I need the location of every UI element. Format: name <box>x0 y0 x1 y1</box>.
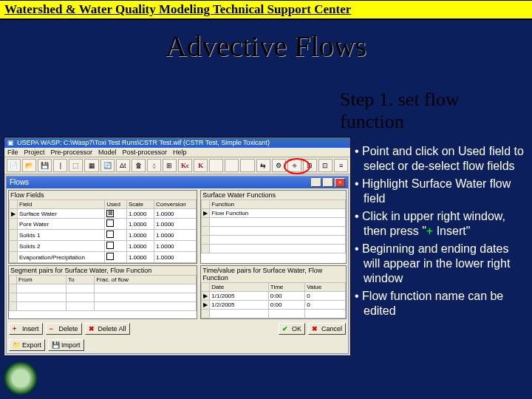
toolbar-button[interactable]: ⎆ <box>287 159 301 172</box>
column-header[interactable] <box>10 276 17 284</box>
folder-icon <box>13 341 20 349</box>
segment-pairs-pane: Segment pairs for Surface Water, Flow Fu… <box>8 265 197 319</box>
toolbar-button[interactable]: ⚙ <box>272 159 286 172</box>
export-button[interactable]: Export <box>9 339 45 351</box>
toolbar-button[interactable]: Δt <box>116 159 130 172</box>
plus-icon: + <box>13 325 20 332</box>
time-value-pane: Time/value pairs for Surface Water, Flow… <box>200 265 347 319</box>
minimize-button[interactable]: _ <box>311 178 321 187</box>
delete-all-button[interactable]: ✖Delete All <box>85 323 130 335</box>
menu-item[interactable]: Help <box>173 149 187 156</box>
toolbar-button[interactable]: | <box>53 159 67 172</box>
column-header[interactable]: Value <box>305 283 346 292</box>
banner: Watershed & Water Quality Modeling Techn… <box>0 0 532 20</box>
flows-title-text: Flows <box>10 178 29 187</box>
time-value-table[interactable]: DateTimeValue▶1/1/20050:000▶1/2/20050:00… <box>201 282 346 318</box>
button-row-io: ExportImport <box>7 337 132 353</box>
button-row-confirm: ✔OK✖Cancel <box>276 321 348 353</box>
flow-fields-pane: Flow Fields FieldUsedScaleConversion▶Sur… <box>8 190 197 264</box>
table-row[interactable]: Solids 21.00001.0000 <box>10 241 197 252</box>
flow-fields-table[interactable]: FieldUsedScaleConversion▶Surface Water⊠1… <box>9 200 197 263</box>
toolbar-button[interactable]: ⊡ <box>318 159 332 172</box>
toolbar-button[interactable]: ⇆ <box>256 159 270 172</box>
menu-item[interactable]: Model <box>98 149 117 156</box>
check-icon: ✔ <box>282 325 290 332</box>
toolbar-button[interactable]: ⬚ <box>69 159 83 172</box>
ok-button[interactable]: ✔OK <box>279 323 305 335</box>
app-titlebar: ▣ USEPA WASP: C:\Wasp7\Toxi Test Runs\CS… <box>4 137 350 148</box>
toolbar-button[interactable]: 🔄 <box>100 159 115 172</box>
import-button[interactable]: Import <box>48 339 84 351</box>
x-icon: ✖ <box>89 325 96 332</box>
toolbar-button[interactable] <box>209 159 223 172</box>
toolbar-button[interactable] <box>240 159 254 172</box>
toolbar-button[interactable]: 🗑 <box>132 159 146 172</box>
column-header[interactable] <box>202 200 210 209</box>
column-header[interactable] <box>202 283 210 292</box>
instruction-item: Click in upper right window, then press … <box>355 209 525 239</box>
flow-fields-label: Flow Fields <box>9 191 197 200</box>
column-header[interactable]: Frac. of flow <box>95 276 197 284</box>
menu-item[interactable]: Project <box>24 149 45 156</box>
menu-item[interactable]: File <box>7 149 18 156</box>
close-button[interactable]: × <box>335 178 345 187</box>
segment-pairs-table[interactable]: FromToFrac. of flow <box>9 275 197 311</box>
flows-titlebar: Flows _ □ × <box>7 177 348 188</box>
column-header[interactable]: Conversion <box>154 200 197 209</box>
instruction-list: Point and click on Used field to select … <box>355 144 525 321</box>
column-header[interactable]: To <box>66 276 95 284</box>
time-value-label: Time/value pairs for Surface Water, Flow… <box>201 266 346 282</box>
menu-item[interactable]: Pre-processor <box>51 149 93 156</box>
app-window-title: USEPA WASP: C:\Wasp7\Toxi Test Runs\CSTR… <box>17 139 270 146</box>
column-header[interactable]: Used <box>105 200 127 209</box>
column-header[interactable]: Function <box>210 200 346 209</box>
toolbar-button[interactable]: 📄 <box>7 159 21 172</box>
table-row[interactable]: ▶1/2/20050:000 <box>202 301 346 310</box>
table-row[interactable]: Evaporation/Precipitation1.00001.0000 <box>10 252 197 263</box>
flows-window: Flows _ □ × Flow Fields FieldUsedScaleCo… <box>6 176 349 354</box>
x-icon: ✖ <box>312 325 319 332</box>
toolbar-button[interactable] <box>225 159 239 172</box>
instruction-item: Highlight Surface Water flow field <box>355 177 525 206</box>
segment-pairs-label: Segment pairs for Surface Water, Flow Fu… <box>9 266 197 275</box>
column-header[interactable]: From <box>17 276 66 284</box>
instruction-item: Flow function name can be edited <box>355 289 525 318</box>
functions-pane: Surface Water Functions Function▶Flow Fu… <box>200 190 347 264</box>
toolbar-button[interactable]: ▦ <box>84 159 98 172</box>
slide-title: Advective Flows <box>0 29 532 64</box>
functions-table[interactable]: Function▶Flow Function <box>201 200 346 253</box>
table-row[interactable]: ▶Flow Function <box>202 209 346 218</box>
toolbar-button[interactable]: 📂 <box>22 159 36 172</box>
menu-item[interactable]: Post-processor <box>123 149 168 156</box>
minus-icon: − <box>50 325 57 332</box>
app-screenshot: ▣ USEPA WASP: C:\Wasp7\Toxi Test Runs\CS… <box>4 137 351 356</box>
table-row[interactable]: Pore Water1.00001.0000 <box>10 219 197 230</box>
cancel-button[interactable]: ✖Cancel <box>308 323 346 335</box>
insert-button[interactable]: +Insert <box>9 323 43 335</box>
agency-logo <box>4 362 37 395</box>
table-row[interactable]: Solids 11.00001.0000 <box>10 230 197 241</box>
table-row[interactable]: ▶Surface Water⊠1.00001.0000 <box>10 209 197 219</box>
toolbar-button[interactable]: ⊞ <box>163 159 177 172</box>
column-header[interactable]: Field <box>18 200 105 209</box>
menubar[interactable]: FileProjectPre-processorModelPost-proces… <box>4 148 350 157</box>
column-header[interactable]: Scale <box>127 200 154 209</box>
toolbar-button[interactable]: ⎀ <box>147 159 161 172</box>
functions-label: Surface Water Functions <box>201 191 346 200</box>
column-header[interactable] <box>10 200 18 209</box>
toolbar[interactable]: 📄📂💾|⬚▦🔄Δt🗑⎀⊞KcK⇆⚙⎆⊟⊡≡ <box>4 157 350 174</box>
maximize-button[interactable]: □ <box>323 178 333 187</box>
toolbar-button[interactable]: Kc <box>178 159 192 172</box>
delete-button[interactable]: −Delete <box>46 323 82 335</box>
toolbar-button[interactable]: ≡ <box>334 159 348 172</box>
column-header[interactable]: Date <box>210 283 268 292</box>
toolbar-button[interactable]: K <box>194 159 208 172</box>
toolbar-button[interactable]: ⊟ <box>303 159 317 172</box>
app-icon: ▣ <box>7 139 14 146</box>
toolbar-button[interactable]: 💾 <box>38 159 52 172</box>
step-title: Step 1. set flow function <box>340 89 488 133</box>
button-row-edit: +Insert−Delete✖Delete All <box>7 321 132 337</box>
column-header[interactable]: Time <box>268 283 304 292</box>
disk-icon <box>52 341 59 349</box>
table-row[interactable]: ▶1/1/20050:000 <box>202 292 346 301</box>
